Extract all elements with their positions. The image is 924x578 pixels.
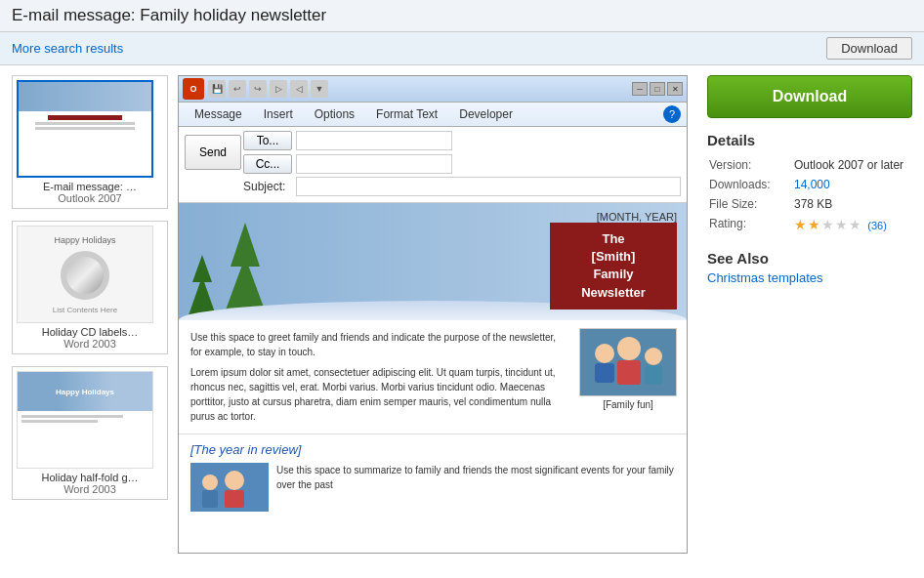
undo-icon[interactable]: ↩: [229, 80, 246, 98]
office-logo-icon: O: [183, 78, 204, 100]
year-review-content: Use this space to summarize to family an…: [190, 463, 675, 512]
to-input[interactable]: [296, 131, 452, 150]
ribbon-tab-message[interactable]: Message: [185, 104, 252, 124]
back-icon[interactable]: ◁: [290, 80, 308, 98]
star-1-icon: ★: [794, 217, 807, 232]
cd-thumb-preview: Happy Holidays List Contents Here: [18, 227, 152, 322]
sidebar-item-halfold[interactable]: Happy Holidays Holiday half-fold g… Word…: [12, 366, 168, 500]
version-label: Version:: [709, 156, 792, 174]
redo-icon[interactable]: ↪: [249, 80, 267, 98]
small-tree-icon: [189, 276, 216, 315]
outlook-toolbar: 💾 ↩ ↪ ▷ ◁ ▼: [208, 80, 328, 98]
year-review-section: [The year in review] Use this space to s…: [179, 434, 687, 519]
newsletter-date: [MONTH, YEAR]: [597, 211, 677, 223]
outlook-titlebar: O 💾 ↩ ↪ ▷ ◁ ▼ ─ □ ✕: [179, 76, 687, 103]
sidebar-item-cd-sub: Word 2003: [17, 338, 163, 350]
help-icon[interactable]: ?: [663, 105, 681, 123]
downloads-label: Downloads:: [709, 176, 792, 193]
sub-bar-download-button[interactable]: Download: [826, 37, 912, 60]
svg-point-10: [225, 471, 244, 490]
right-panel: Download Details Version: Outlook 2007 o…: [697, 75, 912, 554]
newsletter-greeting: Use this space to greet family and frien…: [190, 330, 558, 359]
main-download-button[interactable]: Download: [707, 75, 912, 118]
year-review-text: Use this space to summarize to family an…: [276, 463, 675, 512]
family-photo-label: [Family fun]: [603, 399, 653, 410]
svg-rect-2: [595, 363, 614, 383]
svg-point-3: [617, 337, 641, 360]
svg-rect-11: [225, 490, 244, 508]
top-bar: E-mail message: Family holiday newslette…: [0, 0, 924, 32]
newsletter-text-col: Use this space to greet family and frien…: [179, 320, 569, 434]
details-row-downloads: Downloads: 14,000: [709, 176, 910, 193]
sub-bar: More search results Download: [0, 32, 924, 65]
maximize-button[interactable]: □: [650, 82, 665, 96]
details-row-version: Version: Outlook 2007 or later: [709, 156, 910, 174]
star-3-icon: ★: [821, 217, 834, 232]
newsletter-title-1: The: [562, 230, 665, 248]
svg-point-8: [202, 475, 218, 490]
to-cc-buttons: To... Cc...: [243, 131, 452, 174]
cd-disc: [61, 251, 109, 300]
star-5-icon: ★: [849, 217, 861, 232]
svg-rect-6: [645, 365, 662, 385]
newsletter-body: [MONTH, YEAR] The [Smith] Family Newslet…: [179, 203, 687, 519]
forward-icon[interactable]: ▷: [270, 80, 287, 98]
minimize-button[interactable]: ─: [632, 82, 648, 96]
sidebar-item-cd[interactable]: Happy Holidays List Contents Here Holida…: [12, 221, 168, 354]
star-2-icon: ★: [808, 217, 820, 232]
send-button[interactable]: Send: [185, 135, 241, 170]
newsletter-header: [MONTH, YEAR] The [Smith] Family Newslet…: [179, 203, 687, 320]
newsletter-title-3: Family: [562, 266, 665, 283]
save-icon[interactable]: 💾: [208, 80, 226, 98]
details-title: Details: [707, 132, 912, 148]
send-button-container: Send: [185, 135, 243, 170]
sidebar-item-email-sub: Outlook 2007: [17, 192, 163, 204]
halfold-thumb-preview: Happy Holidays: [18, 372, 152, 468]
newsletter-title-2: [Smith]: [562, 248, 665, 266]
customize-icon[interactable]: ▼: [311, 80, 328, 98]
ribbon-tab-options[interactable]: Options: [305, 104, 364, 124]
ribbon-tab-developer[interactable]: Developer: [449, 104, 523, 124]
details-row-filesize: File Size: 378 KB: [709, 195, 910, 213]
christmas-templates-link[interactable]: Christmas templates: [707, 270, 822, 285]
ribbon-tab-format[interactable]: Format Text: [366, 104, 447, 124]
svg-point-5: [645, 348, 662, 365]
review-count[interactable]: (36): [867, 220, 887, 231]
ribbon-tab-insert[interactable]: Insert: [254, 104, 303, 124]
sidebar-item-halfold-label: Holiday half-fold g…: [17, 472, 163, 483]
email-thumb-preview: [19, 82, 151, 176]
rating-label: Rating:: [709, 215, 792, 234]
newsletter-content: Use this space to greet family and frien…: [179, 320, 687, 434]
ribbon: Message Insert Options Format Text Devel…: [179, 103, 687, 127]
cd-thumbnail: Happy Holidays List Contents Here: [17, 226, 153, 323]
family-photo: [579, 328, 677, 396]
sidebar-item-email[interactable]: E-mail message: … Outlook 2007: [12, 75, 168, 209]
cc-input[interactable]: [296, 154, 452, 174]
main-content: E-mail message: … Outlook 2007 Happy Hol…: [0, 65, 924, 563]
rating-value: ★ ★ ★ ★ ★ (36): [794, 215, 910, 234]
star-rating[interactable]: ★ ★ ★ ★ ★: [794, 217, 861, 232]
details-row-rating: Rating: ★ ★ ★ ★ ★ (36): [709, 215, 910, 234]
subject-row: Subject:: [185, 177, 681, 196]
year-review-title: [The year in review]: [190, 442, 675, 457]
preview-container: O 💾 ↩ ↪ ▷ ◁ ▼ ─ □ ✕ Message Insert Optio…: [178, 75, 688, 554]
message-header: Send To... Cc... Subject:: [179, 127, 687, 203]
to-button[interactable]: To...: [243, 131, 292, 150]
cc-button[interactable]: Cc...: [243, 154, 292, 174]
downloads-value: 14,000: [794, 176, 910, 193]
details-section: Details Version: Outlook 2007 or later D…: [707, 132, 912, 236]
year-review-photo-svg: [190, 463, 269, 512]
filesize-value: 378 KB: [794, 195, 910, 213]
subject-input[interactable]: [296, 177, 681, 196]
sidebar-item-halfold-sub: Word 2003: [17, 483, 163, 495]
close-button[interactable]: ✕: [667, 82, 683, 96]
left-sidebar: E-mail message: … Outlook 2007 Happy Hol…: [12, 75, 168, 554]
newsletter-title-4: Newsletter: [562, 284, 665, 302]
downloads-count[interactable]: 14,000: [794, 178, 830, 191]
svg-rect-4: [617, 360, 641, 385]
more-results-link[interactable]: More search results: [12, 41, 123, 56]
star-4-icon: ★: [835, 217, 848, 232]
version-value: Outlook 2007 or later: [794, 156, 910, 174]
filesize-label: File Size:: [709, 195, 792, 213]
halfold-thumbnail: Happy Holidays: [17, 371, 153, 469]
